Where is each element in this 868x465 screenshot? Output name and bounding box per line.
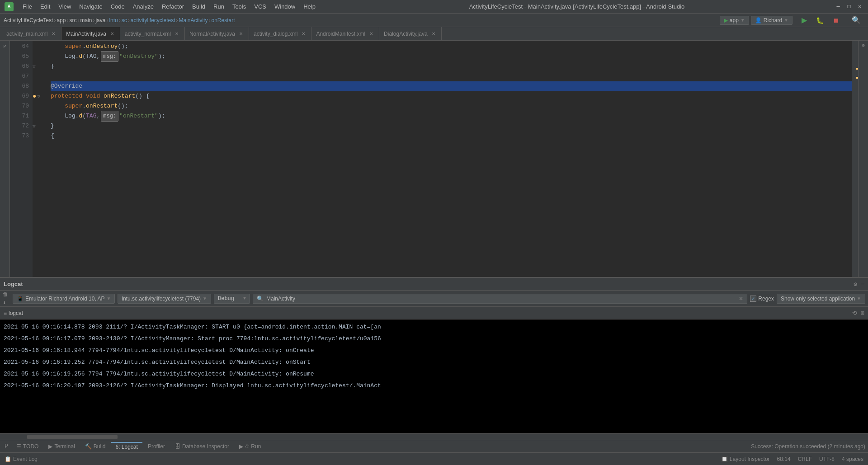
- terminal-icon: ▶: [48, 443, 52, 450]
- tab-activity-normal-close[interactable]: ✕: [174, 31, 180, 37]
- tab-run[interactable]: ▶ 4: Run: [235, 442, 265, 451]
- scroll-marker-2: [856, 77, 858, 79]
- tab-normalactivity-close[interactable]: ✕: [238, 31, 244, 37]
- code-line-70: super.onRestart();: [51, 101, 852, 111]
- menu-run[interactable]: Run: [210, 2, 228, 11]
- breadcrumb-src[interactable]: src: [69, 17, 76, 23]
- regex-checkbox[interactable]: ✓: [750, 296, 756, 302]
- breadcrumb-package[interactable]: activitylifecycletest: [131, 17, 175, 23]
- menu-edit[interactable]: Edit: [37, 2, 54, 11]
- tab-manifest[interactable]: AndroidManifest.xml ✕: [311, 27, 379, 40]
- tab-mainactivity-close[interactable]: ✕: [109, 31, 115, 37]
- debug-marker-69: ●: [33, 93, 36, 100]
- status-event-log[interactable]: 📋 Event Log: [5, 456, 38, 462]
- code-editor[interactable]: super.onDestroy(); Log.d(TAG, msg: "onDe…: [46, 41, 852, 277]
- breadcrumb-method[interactable]: onRestart: [212, 17, 235, 23]
- menu-view[interactable]: View: [55, 2, 75, 11]
- tab-terminal[interactable]: ▶ Terminal: [44, 442, 79, 451]
- tab-database-inspector[interactable]: 🗄 Database Inspector: [170, 442, 234, 451]
- tab-activity-main-close[interactable]: ✕: [50, 31, 57, 37]
- close-button[interactable]: ✕: [856, 3, 863, 10]
- menu-navigate[interactable]: Navigate: [75, 2, 106, 11]
- line-ending[interactable]: CRLF: [798, 456, 812, 462]
- tab-build[interactable]: 🔨 Build: [80, 442, 110, 451]
- breadcrumb-class[interactable]: MainActivity: [179, 17, 208, 23]
- user-icon: 👤: [755, 17, 762, 23]
- process-selector[interactable]: lntu.sc.activitylifecycletest (7794) ▼: [118, 294, 211, 304]
- log-line-6: 2021-05-16 09:16:20.197 2093-2126/? I/Ac…: [4, 380, 864, 392]
- log-output[interactable]: 2021-05-16 09:16:14.878 2093-2111/? I/Ac…: [0, 319, 868, 433]
- breadcrumb-main[interactable]: main: [80, 17, 92, 23]
- database-icon: 🗄: [175, 443, 180, 450]
- window-title: ActivityLifeCycleTest - MainActivity.jav…: [469, 3, 685, 10]
- fold-button-69[interactable]: ▽: [37, 94, 40, 99]
- indent[interactable]: 4 spaces: [842, 456, 863, 462]
- project-icon[interactable]: P: [1, 42, 9, 51]
- logcat-sub-title: ≡ logcat: [4, 310, 23, 316]
- breadcrumb-sc[interactable]: sc: [122, 17, 127, 23]
- logcat-settings-button[interactable]: ⚙: [854, 281, 857, 288]
- search-clear-button[interactable]: ✕: [739, 296, 743, 302]
- logcat-minimize-button[interactable]: —: [861, 281, 864, 288]
- menu-file[interactable]: File: [19, 2, 36, 11]
- menu-tools[interactable]: Tools: [229, 2, 250, 11]
- menu-window[interactable]: Window: [271, 2, 299, 11]
- stop-button[interactable]: ⏹: [829, 16, 843, 25]
- tab-todo[interactable]: ☰ TODO: [12, 442, 43, 451]
- tab-mainactivity[interactable]: MainActivity.java ✕: [61, 27, 120, 40]
- logcat-actions: ⟲ ⊞: [852, 310, 864, 317]
- code-line-69: protected void onRestart() {: [51, 91, 852, 101]
- menu-vcs[interactable]: VCS: [250, 2, 270, 11]
- menu-refactor[interactable]: Refactor: [158, 2, 188, 11]
- tab-activity-dialog-close[interactable]: ✕: [300, 31, 307, 37]
- breadcrumb-java[interactable]: java: [95, 17, 105, 23]
- level-selector[interactable]: Debug ▼: [214, 294, 250, 304]
- level-label: Debug: [218, 296, 234, 302]
- tab-manifest-close[interactable]: ✕: [368, 31, 374, 37]
- status-layout-inspector[interactable]: 🔲 Layout Inspector: [721, 456, 770, 462]
- tab-normalactivity[interactable]: NormalActivity.java ✕: [185, 27, 249, 40]
- right-sidebar-icon-1[interactable]: ⚙: [862, 42, 865, 48]
- menu-analyze[interactable]: Analyze: [129, 2, 157, 11]
- breadcrumb-project[interactable]: ActivityLifeCycleTest: [4, 17, 53, 23]
- tab-activity-normal[interactable]: activity_normal.xml ✕: [120, 27, 185, 40]
- tab-logcat[interactable]: 6: Logcat: [111, 442, 142, 451]
- cursor-position[interactable]: 68:14: [777, 456, 791, 462]
- editor-area[interactable]: 64 65 66 67 68 69 70 71 72 73 ▽: [10, 41, 858, 277]
- menu-code[interactable]: Code: [107, 2, 128, 11]
- debug-button[interactable]: 🐛: [812, 16, 827, 25]
- tab-activity-main[interactable]: activity_main.xml ✕: [2, 27, 61, 40]
- scroll-marker-1: [856, 68, 858, 70]
- run-button[interactable]: ▶: [798, 15, 811, 25]
- logcat-clear-button[interactable]: 🗑: [3, 291, 8, 298]
- tab-dialogactivity[interactable]: DialogActivity.java ✕: [379, 27, 441, 40]
- logcat-scroll-button[interactable]: ⬇: [3, 300, 8, 306]
- menu-build[interactable]: Build: [189, 2, 209, 11]
- maximize-button[interactable]: □: [845, 3, 853, 10]
- fold-button-66[interactable]: ▽: [33, 64, 36, 70]
- device-icon: 📱: [17, 296, 24, 302]
- tab-activity-dialog[interactable]: activity_dialog.xml ✕: [249, 27, 311, 40]
- device-selector[interactable]: 📱 Emulator Richard Android 10, AP ▼: [13, 294, 115, 304]
- breadcrumb-lntu[interactable]: lntu: [109, 17, 118, 23]
- show-selected-button[interactable]: Show only selected application ▼: [777, 294, 865, 304]
- minimize-button[interactable]: —: [835, 3, 842, 10]
- editor-scrollbar[interactable]: [852, 41, 858, 277]
- charset[interactable]: UTF-8: [819, 456, 835, 462]
- logcat-action-icon-2[interactable]: ⊞: [861, 310, 864, 317]
- code-container: 64 65 66 67 68 69 70 71 72 73 ▽: [10, 41, 858, 277]
- search-everywhere-button[interactable]: 🔍: [848, 15, 864, 25]
- breadcrumb-app[interactable]: app: [57, 17, 66, 23]
- right-sidebar: ⚙: [858, 41, 868, 277]
- logcat-action-icon-1[interactable]: ⟲: [852, 310, 857, 317]
- code-line-67: [51, 71, 852, 81]
- tab-dialogactivity-close[interactable]: ✕: [430, 31, 437, 37]
- menu-help[interactable]: Help: [300, 2, 319, 11]
- tab-profiler[interactable]: Profiler: [143, 442, 170, 451]
- run-config-selector[interactable]: ▶ app ▼: [720, 16, 749, 25]
- user-selector[interactable]: 👤 Richard ▼: [751, 16, 793, 25]
- regex-toggle[interactable]: ✓ Regex: [750, 296, 774, 302]
- project-tool-icon[interactable]: P: [3, 443, 10, 450]
- logcat-scrollbar[interactable]: [0, 433, 868, 440]
- fold-button-72[interactable]: ▽: [33, 123, 36, 129]
